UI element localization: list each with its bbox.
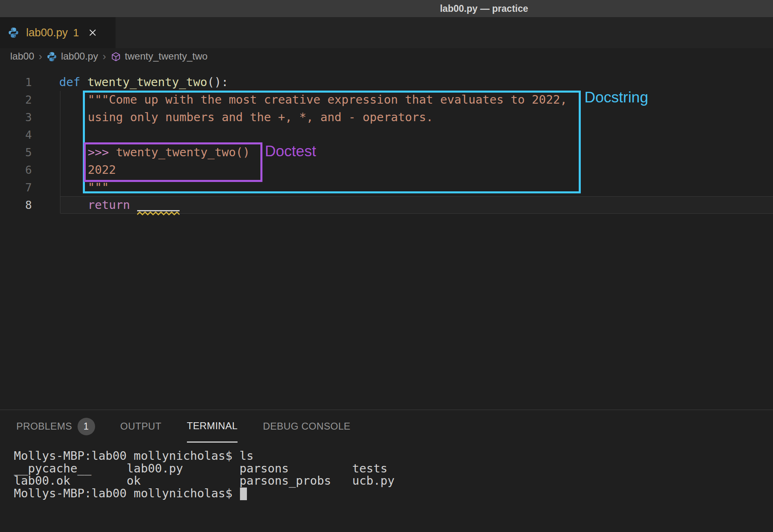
doctest-annotation-box <box>84 142 262 182</box>
code-line-8[interactable]: 8 return <box>0 196 773 214</box>
line-number: 7 <box>0 179 32 196</box>
vscode-window: { "window": { "title": "lab00.py — pract… <box>0 0 773 532</box>
close-icon[interactable] <box>88 28 98 38</box>
tab-problems-label: PROBLEMS <box>16 421 72 432</box>
tab-terminal-label: TERMINAL <box>187 420 238 432</box>
tab-modified-count: 1 <box>73 27 79 39</box>
tab-output[interactable]: OUTPUT <box>120 410 162 443</box>
terminal-line: lab00.ok ok parsons_probs ucb.py <box>14 474 395 487</box>
tab-problems[interactable]: PROBLEMS 1 <box>16 410 95 443</box>
line-number: 3 <box>0 109 32 126</box>
python-icon <box>47 51 57 62</box>
punctuation: (): <box>207 75 229 89</box>
terminal[interactable]: Mollys-MBP:lab00 mollynicholas$ ls __pyc… <box>14 450 395 500</box>
line-number: 5 <box>0 144 32 161</box>
terminal-prompt-line: Mollys-MBP:lab00 mollynicholas$ <box>14 487 395 500</box>
code-editor[interactable]: 1 def twenty_twenty_two(): 2 """Come up … <box>0 64 773 410</box>
line-number: 2 <box>0 91 32 109</box>
keyword-def: def <box>59 75 87 89</box>
tab-terminal[interactable]: TERMINAL <box>187 410 238 443</box>
terminal-line: Mollys-MBP:lab00 mollynicholas$ ls <box>14 450 395 462</box>
titlebar: lab00.py — practice <box>0 0 773 17</box>
tab-bar: lab00.py 1 <box>0 17 773 48</box>
tab-lab00py[interactable]: lab00.py 1 <box>0 17 116 48</box>
keyword-return: return <box>88 196 130 214</box>
breadcrumb: lab00 › lab00.py › twenty_twenty_two <box>0 48 773 64</box>
function-name: twenty_twenty_two <box>87 75 207 89</box>
breadcrumb-item-symbol[interactable]: twenty_twenty_two <box>125 51 208 62</box>
terminal-line: __pycache__ lab00.py parsons tests <box>14 462 395 475</box>
terminal-cursor <box>240 488 247 500</box>
breadcrumb-item-folder[interactable]: lab00 <box>10 51 34 62</box>
warning-squiggle <box>137 211 180 215</box>
chevron-right-icon: › <box>39 50 42 63</box>
panel-tab-bar: PROBLEMS 1 OUTPUT TERMINAL DEBUG CONSOLE <box>16 410 351 443</box>
bottom-panel: PROBLEMS 1 OUTPUT TERMINAL DEBUG CONSOLE… <box>0 410 773 532</box>
tab-label: lab00.py <box>26 27 68 39</box>
chevron-right-icon: › <box>102 50 106 63</box>
tab-output-label: OUTPUT <box>120 421 162 432</box>
symbol-cube-icon <box>111 51 121 62</box>
line-number: 1 <box>0 73 32 91</box>
breadcrumb-item-file[interactable]: lab00.py <box>61 51 98 62</box>
docstring-annotation-label: Docstring <box>584 89 648 106</box>
terminal-prompt: Mollys-MBP:lab00 mollynicholas$ <box>14 486 240 500</box>
line-number-active: 8 <box>0 196 32 214</box>
line-number: 4 <box>0 126 32 144</box>
doctest-annotation-label: Doctest <box>265 143 316 160</box>
line-number: 6 <box>0 161 32 179</box>
python-icon <box>8 27 19 38</box>
tab-debug-console-label: DEBUG CONSOLE <box>263 421 351 432</box>
tab-debug-console[interactable]: DEBUG CONSOLE <box>263 410 351 443</box>
code-line-1[interactable]: 1 def twenty_twenty_two(): <box>0 73 773 91</box>
problems-count-badge: 1 <box>78 418 95 435</box>
window-title: lab00.py — practice <box>440 3 528 14</box>
